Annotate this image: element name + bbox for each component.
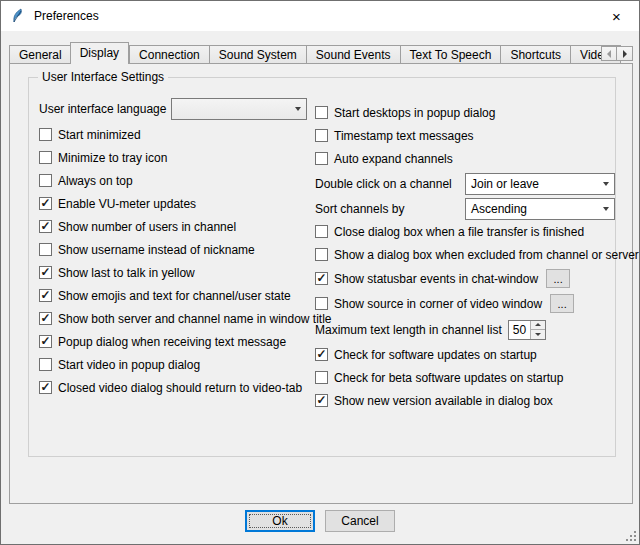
tab-display[interactable]: Display: [70, 42, 129, 64]
language-dropdown[interactable]: [171, 98, 307, 120]
right-column: Start desktops in popup dialogTimestamp …: [315, 104, 615, 415]
checkbox-label: Timestamp text messages: [334, 129, 474, 143]
close-button[interactable]: ×: [594, 1, 639, 31]
checkbox-row-show-new-version-available-in-dialog-box: ✓Show new version available in dialog bo…: [315, 392, 615, 409]
dropdown-label: Sort channels by: [315, 202, 404, 216]
chevron-up-icon: [535, 323, 541, 326]
more-button-show-source-in-corner-of-video-window[interactable]: ...: [550, 294, 574, 313]
checkbox-row-show-a-dialog-box-when-excluded-from-channel-or-server: Show a dialog box when excluded from cha…: [315, 246, 615, 263]
chevron-left-icon: [607, 50, 611, 58]
checkbox-show-both-server-and-channel-name-in-window-title[interactable]: ✓: [39, 312, 52, 325]
checkbox-show-emojis-and-text-for-channel-user-state[interactable]: ✓: [39, 289, 52, 302]
checkbox-row-minimize-to-tray-icon: Minimize to tray icon: [39, 149, 307, 166]
checkbox-label: Minimize to tray icon: [58, 151, 167, 165]
checkbox-label: Show a dialog box when excluded from cha…: [334, 248, 639, 262]
checkbox-label: Enable VU-meter updates: [58, 197, 196, 211]
spinner-up-button[interactable]: [531, 321, 545, 330]
checkbox-row-check-for-software-updates-on-startup: ✓Check for software updates on startup: [315, 346, 615, 363]
checkbox-label: Show username instead of nickname: [58, 243, 255, 257]
checkbox-row-always-on-top: Always on top: [39, 172, 307, 189]
tab-general[interactable]: General: [9, 45, 71, 64]
checkbox-start-video-in-popup-dialog[interactable]: [39, 358, 52, 371]
checkbox-show-source-in-corner-of-video-window[interactable]: [315, 297, 328, 310]
checkbox-check-for-beta-software-updates-on-startup[interactable]: [315, 371, 328, 384]
checkbox-popup-dialog-when-receiving-text-message[interactable]: ✓: [39, 335, 52, 348]
user-interface-settings-group: User Interface Settings User interface l…: [28, 77, 616, 457]
checkbox-start-desktops-in-popup-dialog[interactable]: [315, 106, 328, 119]
chevron-down-icon: [289, 107, 306, 111]
window-title: Preferences: [34, 9, 99, 23]
checkbox-auto-expand-channels[interactable]: [315, 152, 328, 165]
tab-text-to-speech[interactable]: Text To Speech: [400, 45, 501, 64]
checkbox-row-close-dialog-box-when-a-file-transfer-is-finished: Close dialog box when a file transfer is…: [315, 223, 615, 240]
checkbox-show-number-of-users-in-channel[interactable]: ✓: [39, 220, 52, 233]
spinner-maximum-text-length-in-channel-list[interactable]: 50: [508, 320, 546, 340]
checkbox-label: Show source in corner of video window: [334, 297, 542, 311]
close-icon: ×: [612, 8, 621, 25]
tab-scroll-left-button[interactable]: [601, 46, 617, 61]
checkbox-label: Show number of users in channel: [58, 220, 236, 234]
preferences-window: Preferences × GeneralDisplayConnectionSo…: [0, 0, 640, 545]
checkbox-row-start-desktops-in-popup-dialog: Start desktops in popup dialog: [315, 104, 615, 121]
checkbox-start-minimized[interactable]: [39, 128, 52, 141]
tab-connection[interactable]: Connection: [129, 45, 209, 64]
tab-sound-system[interactable]: Sound System: [209, 45, 306, 64]
resize-grip[interactable]: [625, 530, 636, 541]
title-bar: Preferences ×: [1, 1, 639, 31]
ok-button[interactable]: Ok: [245, 510, 315, 532]
checkbox-label: Check for beta software updates on start…: [334, 371, 563, 385]
checkbox-show-username-instead-of-nickname[interactable]: [39, 243, 52, 256]
more-button-show-statusbar-events-in-chat-window[interactable]: ...: [546, 269, 570, 288]
checkbox-close-dialog-box-when-a-file-transfer-is-finished[interactable]: [315, 225, 328, 238]
checkbox-label: Start desktops in popup dialog: [334, 106, 495, 120]
checkbox-row-show-last-to-talk-in-yellow: ✓Show last to talk in yellow: [39, 264, 307, 281]
checkbox-row-popup-dialog-when-receiving-text-message: ✓Popup dialog when receiving text messag…: [39, 333, 307, 350]
checkbox-label: Show statusbar events in chat-window: [334, 272, 538, 286]
tab-shortcuts[interactable]: Shortcuts: [500, 45, 570, 64]
spinner-label: Maximum text length in channel list: [315, 323, 502, 337]
checkbox-row-show-source-in-corner-of-video-window: Show source in corner of video window...: [315, 294, 615, 313]
chevron-down-icon: [597, 207, 614, 211]
checkbox-closed-video-dialog-should-return-to-video-tab[interactable]: ✓: [39, 381, 52, 394]
tab-page-display: User Interface Settings User interface l…: [9, 63, 633, 504]
checkbox-timestamp-text-messages[interactable]: [315, 129, 328, 142]
checkbox-minimize-to-tray-icon[interactable]: [39, 151, 52, 164]
cancel-button-label: Cancel: [341, 514, 378, 528]
tab-strip: GeneralDisplayConnectionSound SystemSoun…: [9, 42, 621, 64]
checkbox-row-start-minimized: Start minimized: [39, 126, 307, 143]
checkbox-row-check-for-beta-software-updates-on-startup: Check for beta software updates on start…: [315, 369, 615, 386]
checkbox-row-start-video-in-popup-dialog: Start video in popup dialog: [39, 356, 307, 373]
dropdown-value: Join or leave: [466, 177, 597, 191]
dropdown-sort-channels-by[interactable]: Ascending: [465, 198, 615, 220]
tab-sound-events[interactable]: Sound Events: [306, 45, 400, 64]
checkbox-label: Closed video dialog should return to vid…: [58, 381, 302, 395]
checkbox-show-last-to-talk-in-yellow[interactable]: ✓: [39, 266, 52, 279]
checkbox-row-show-username-instead-of-nickname: Show username instead of nickname: [39, 241, 307, 258]
checkbox-label: Show both server and channel name in win…: [58, 312, 332, 326]
tab-scroll-right-button[interactable]: [617, 46, 633, 61]
checkbox-show-statusbar-events-in-chat-window[interactable]: ✓: [315, 272, 328, 285]
checkbox-row-enable-vu-meter-updates: ✓Enable VU-meter updates: [39, 195, 307, 212]
app-icon: [10, 8, 26, 24]
spinner-down-button[interactable]: [531, 329, 545, 339]
checkbox-check-for-software-updates-on-startup[interactable]: ✓: [315, 348, 328, 361]
checkbox-always-on-top[interactable]: [39, 174, 52, 187]
checkbox-show-a-dialog-box-when-excluded-from-channel-or-server[interactable]: [315, 248, 328, 261]
ok-button-label: Ok: [272, 514, 287, 528]
left-column: User interface language Start minimizedM…: [39, 98, 307, 402]
checkbox-label: Start video in popup dialog: [58, 358, 200, 372]
checkbox-enable-vu-meter-updates[interactable]: ✓: [39, 197, 52, 210]
chevron-down-icon: [535, 333, 541, 336]
language-row: User interface language: [39, 98, 307, 120]
cancel-button[interactable]: Cancel: [325, 510, 395, 532]
checkbox-label: Show new version available in dialog box: [334, 394, 553, 408]
checkbox-row-auto-expand-channels: Auto expand channels: [315, 150, 615, 167]
button-bar: Ok Cancel: [1, 510, 639, 533]
checkbox-row-show-statusbar-events-in-chat-window: ✓Show statusbar events in chat-window...: [315, 269, 615, 288]
checkbox-show-new-version-available-in-dialog-box[interactable]: ✓: [315, 394, 328, 407]
dropdown-row-sort-channels-by: Sort channels byAscending: [315, 198, 615, 220]
checkbox-row-show-emojis-and-text-for-channel-user-state: ✓Show emojis and text for channel/user s…: [39, 287, 307, 304]
checkbox-label: Check for software updates on startup: [334, 348, 537, 362]
checkbox-label: Show emojis and text for channel/user st…: [58, 289, 291, 303]
dropdown-double-click-on-a-channel[interactable]: Join or leave: [465, 173, 615, 195]
